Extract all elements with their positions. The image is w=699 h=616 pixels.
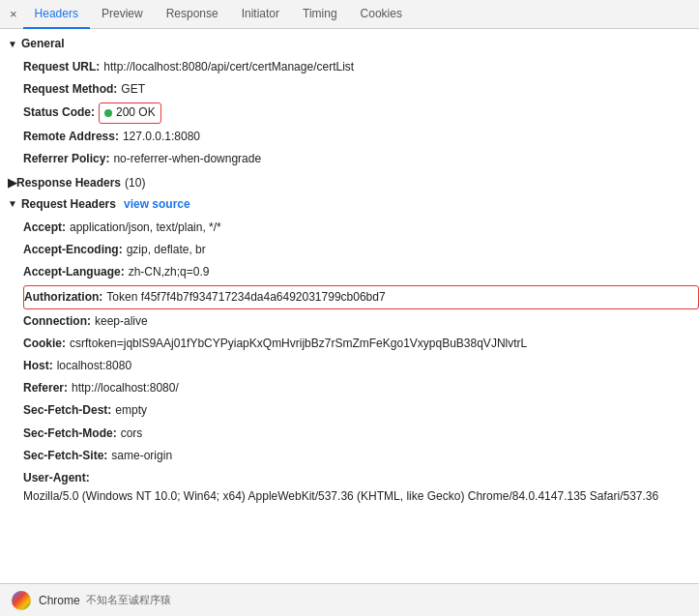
close-tab-button[interactable]: × (4, 0, 23, 29)
response-headers-count: (10) (125, 176, 145, 190)
general-section-body: Request URL: http://localhost:8080/api/c… (0, 54, 699, 172)
field-value-sec-fetch-dest: empty (115, 401, 147, 420)
field-referer: Referer: http://localhost:8080/ (23, 377, 699, 399)
field-request-method: Request Method: GET (23, 78, 699, 101)
field-label-authorization: Authorization: (24, 288, 102, 307)
field-sec-fetch-mode: Sec-Fetch-Mode: cors (23, 423, 699, 445)
field-remote-address: Remote Address: 127.0.0.1:8080 (23, 126, 699, 148)
status-dot-icon (104, 109, 112, 117)
general-title: General (21, 37, 65, 50)
tab-preview[interactable]: Preview (90, 0, 155, 29)
field-value-accept: application/json, text/plain, */* (70, 219, 221, 237)
field-label-host: Host: (23, 357, 53, 375)
field-user-agent: User-Agent: Mozilla/5.0 (Windows NT 10.0… (23, 467, 699, 508)
field-accept-encoding: Accept-Encoding: gzip, deflate, br (23, 239, 699, 261)
view-source-link[interactable]: view source (124, 197, 190, 211)
field-value-referer: http://localhost:8080/ (72, 379, 179, 397)
field-label-cookie: Cookie: (23, 335, 66, 353)
field-label-referrer-policy: Referrer Policy: (23, 150, 109, 168)
field-label-accept-language: Accept-Language: (23, 263, 125, 281)
response-headers-title: Response Headers (16, 176, 121, 190)
tab-bar: × Headers Preview Response Initiator Tim… (0, 0, 699, 29)
field-label-accept: Accept: (23, 219, 66, 237)
field-label-accept-encoding: Accept-Encoding: (23, 241, 123, 259)
chrome-icon (12, 591, 31, 610)
bottom-bar: Chrome 不知名至诚程序猿 (0, 583, 699, 616)
request-headers-section-body: Accept: application/json, text/plain, */… (0, 215, 699, 510)
field-connection: Connection: keep-alive (23, 310, 699, 333)
field-label-referer: Referer: (23, 379, 68, 397)
status-code-value: 200 OK (116, 103, 156, 122)
tab-timing[interactable]: Timing (291, 0, 349, 29)
field-label-sec-fetch-mode: Sec-Fetch-Mode: (23, 425, 117, 443)
response-headers-arrow-icon: ▶ (8, 176, 16, 190)
field-host: Host: localhost:8080 (23, 355, 699, 377)
request-headers-title: Request Headers (21, 197, 116, 211)
field-label-request-url: Request URL: (23, 58, 100, 76)
field-status-code: Status Code: 200 OK (23, 101, 699, 125)
tab-headers[interactable]: Headers (23, 0, 90, 29)
field-label-user-agent: User-Agent: (23, 469, 90, 487)
field-value-connection: keep-alive (95, 312, 148, 331)
field-label-connection: Connection: (23, 312, 91, 331)
field-sec-fetch-site: Sec-Fetch-Site: same-origin (23, 445, 699, 467)
field-authorization: Authorization: Token f45f7f4b7f934717234… (23, 285, 699, 309)
field-value-referrer-policy: no-referrer-when-downgrade (113, 150, 261, 168)
tab-response[interactable]: Response (155, 0, 230, 29)
tab-initiator[interactable]: Initiator (230, 0, 291, 29)
field-value-sec-fetch-mode: cors (121, 425, 143, 443)
field-sec-fetch-dest: Sec-Fetch-Dest: empty (23, 399, 699, 422)
field-value-sec-fetch-site: same-origin (111, 447, 172, 465)
field-value-host: localhost:8080 (57, 357, 131, 375)
field-label-sec-fetch-dest: Sec-Fetch-Dest: (23, 401, 111, 420)
general-arrow-icon: ▼ (8, 39, 17, 49)
field-value-accept-encoding: gzip, deflate, br (127, 241, 206, 259)
field-accept: Accept: application/json, text/plain, */… (23, 217, 699, 239)
tab-cookies[interactable]: Cookies (349, 0, 414, 29)
field-label-status-code: Status Code: (23, 103, 95, 122)
status-code-badge: 200 OK (99, 103, 161, 123)
field-request-url: Request URL: http://localhost:8080/api/c… (23, 56, 699, 78)
field-value-accept-language: zh-CN,zh;q=0.9 (129, 263, 210, 281)
field-value-remote-address: 127.0.0.1:8080 (123, 128, 200, 146)
request-headers-arrow-icon: ▼ (8, 198, 17, 209)
field-value-user-agent: Mozilla/5.0 (Windows NT 10.0; Win64; x64… (23, 487, 658, 506)
field-value-authorization: Token f45f7f4b7f934717234da4a6492031799c… (106, 288, 385, 307)
field-cookie: Cookie: csrftoken=jqblS9AAj01fYbCYPyiapK… (23, 333, 699, 355)
bottom-bar-attribution: 不知名至诚程序猿 (86, 593, 171, 607)
field-label-request-method: Request Method: (23, 80, 117, 99)
field-value-request-method: GET (121, 80, 145, 99)
field-value-cookie: csrftoken=jqblS9AAj01fYbCYPyiapKxQmHvrij… (70, 335, 527, 353)
field-accept-language: Accept-Language: zh-CN,zh;q=0.9 (23, 261, 699, 283)
field-value-request-url: http://localhost:8080/api/cert/certManag… (103, 58, 354, 76)
request-headers-section-header[interactable]: ▼ Request Headers view source (0, 193, 699, 215)
general-section-header[interactable]: ▼ General (0, 33, 699, 54)
main-content: ▼ General Request URL: http://localhost:… (0, 29, 699, 583)
response-headers-section-header[interactable]: ▶ Response Headers (10) (0, 172, 699, 193)
field-label-remote-address: Remote Address: (23, 128, 119, 146)
field-referrer-policy: Referrer Policy: no-referrer-when-downgr… (23, 148, 699, 170)
chrome-label: Chrome (39, 594, 80, 607)
field-label-sec-fetch-site: Sec-Fetch-Site: (23, 447, 107, 465)
